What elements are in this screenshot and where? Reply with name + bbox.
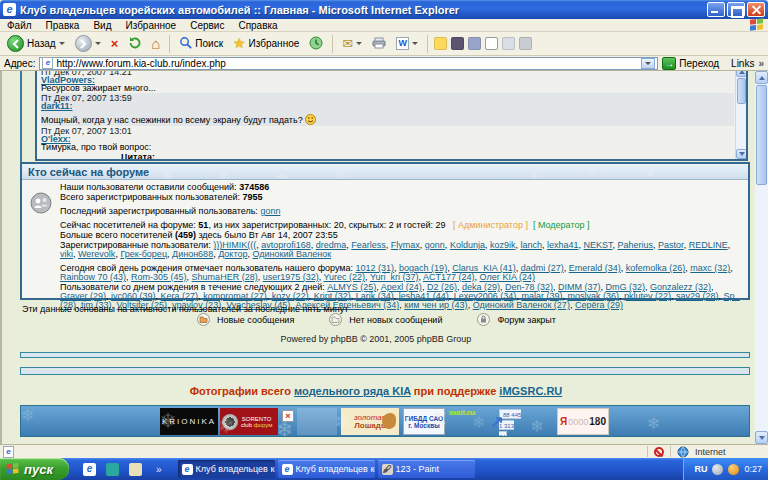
ie-quicklaunch-icon[interactable]: e — [83, 463, 96, 476]
menu-favorites[interactable]: Избранное — [118, 20, 183, 31]
user-link[interactable]: Emerald (34) — [569, 263, 621, 273]
mail-dropdown-icon[interactable] — [356, 42, 362, 45]
edit-button[interactable]: W — [393, 36, 421, 51]
address-input[interactable]: e http://www.forum.kia-club.ru/index.php — [39, 57, 658, 70]
kia-model-range-link[interactable]: модельного ряда KIA — [294, 385, 411, 397]
notes-icon[interactable] — [434, 37, 447, 50]
user-link[interactable]: Серёга (29) — [575, 300, 623, 310]
user-link[interactable]: Paherius — [618, 240, 654, 250]
user-link[interactable]: Одинокий Валенок — [252, 249, 331, 259]
favorites-button[interactable]: ★ Избранное — [230, 36, 302, 51]
user-link[interactable]: Доктор — [218, 249, 247, 259]
forward-button[interactable] — [72, 34, 104, 53]
minimize-button[interactable] — [707, 2, 725, 17]
user-link[interactable]: ким чен ир (43) — [404, 300, 467, 310]
user-link[interactable]: Fearless — [351, 240, 386, 250]
user-link[interactable]: user1975 (32) — [263, 272, 319, 282]
language-indicator[interactable]: RU — [694, 464, 707, 474]
home-button[interactable]: ⌂ — [148, 36, 163, 52]
back-dropdown-icon[interactable] — [59, 42, 65, 45]
user-link[interactable]: ACT177 (24) — [423, 272, 475, 282]
edit-dropdown-icon[interactable] — [412, 42, 418, 45]
menu-help[interactable]: Справка — [231, 20, 284, 31]
menu-tools[interactable]: Сервис — [183, 20, 231, 31]
book-icon[interactable] — [451, 37, 464, 50]
moderator-tag[interactable]: [ Модератор ] — [533, 220, 590, 230]
last-user-link[interactable]: gonn — [260, 206, 280, 216]
krionika-banner[interactable]: KRIONIKA — [160, 408, 218, 435]
yandex-counter-banner[interactable]: Я 0000 180 — [557, 408, 609, 435]
user-link[interactable]: Динон688 — [172, 249, 213, 259]
user-link[interactable]: Yurec (22) — [324, 272, 366, 282]
user-link[interactable]: pklutev (22) — [624, 291, 671, 301]
task-button-forum-active[interactable]: e Клуб владельцев ко... — [178, 460, 275, 478]
user-link[interactable]: lexha41 — [547, 240, 579, 250]
scroll-down-button[interactable] — [736, 149, 747, 159]
user-link[interactable]: Werevolk — [78, 249, 115, 259]
sorento-club-banner[interactable]: SORENTO club форум — [220, 408, 278, 435]
user-link[interactable]: maxc (32) — [690, 263, 730, 273]
menu-edit[interactable]: Правка — [39, 20, 87, 31]
user-link[interactable]: REDLINE — [689, 240, 728, 250]
menu-file[interactable]: Файл — [0, 20, 39, 31]
scroll-up-button[interactable] — [755, 71, 768, 84]
address-dropdown-button[interactable] — [641, 58, 655, 69]
scroll-thumb[interactable] — [737, 78, 746, 104]
quicklaunch-chevron-icon[interactable]: » — [156, 464, 162, 475]
admin-tag[interactable]: [ Администратор ] — [453, 220, 528, 230]
maximize-button[interactable] — [727, 2, 745, 17]
user-link[interactable]: Koldunja — [450, 240, 485, 250]
show-desktop-icon[interactable] — [129, 463, 142, 476]
user-link[interactable]: Грек-борец — [120, 249, 167, 259]
messenger-icon[interactable] — [502, 37, 515, 50]
user-link[interactable]: Rom-305 (45) — [131, 272, 187, 282]
user-link[interactable]: kofemolka (26) — [626, 263, 686, 273]
user-link[interactable]: Одинокий Валенок (27) — [473, 300, 570, 310]
menu-view[interactable]: Вид — [86, 20, 118, 31]
scroll-down-button[interactable] — [755, 431, 768, 444]
user-link[interactable]: koz9ik — [490, 240, 516, 250]
user-link[interactable]: NEKST — [584, 240, 613, 250]
stop-button[interactable]: × — [108, 36, 122, 51]
user-link[interactable]: gonn — [425, 240, 445, 250]
user-link[interactable]: Rainbow 70 (43) — [60, 272, 126, 282]
clock[interactable]: 0:27 — [744, 464, 762, 474]
privacy-blocked-icon[interactable] — [654, 447, 664, 457]
user-link[interactable]: Олег KIA (24) — [480, 272, 535, 282]
mail-button[interactable]: ✉ — [339, 35, 365, 52]
page-scrollbar[interactable] — [755, 71, 768, 444]
imgsrc-link[interactable]: iMGSRC.RU — [499, 385, 562, 397]
go-button[interactable]: → Переход — [662, 57, 719, 70]
address-url[interactable]: http://www.forum.kia-club.ru/index.php — [56, 58, 226, 69]
person-icon[interactable] — [519, 37, 532, 50]
forward-dropdown-icon[interactable] — [95, 42, 101, 45]
messenger-quicklaunch-icon[interactable] — [106, 463, 119, 476]
user-link[interactable]: Pastor — [658, 240, 684, 250]
user-link[interactable]: ShumaHER (28) — [192, 272, 258, 282]
task-button-forum[interactable]: e Клуб владельцев ко... — [278, 460, 375, 478]
task-button-paint[interactable]: 🖌 123 - Paint — [378, 460, 475, 478]
user-link[interactable]: lanch — [520, 240, 542, 250]
golden-horse-banner[interactable]: золотая Лошадь — [341, 408, 399, 435]
user-link[interactable]: sav29 (28) — [676, 291, 719, 301]
icq-tray-icon[interactable] — [728, 464, 739, 475]
close-button[interactable] — [747, 2, 765, 17]
history-button[interactable] — [306, 35, 326, 53]
back-button[interactable]: Назад — [4, 34, 68, 53]
start-button[interactable]: пуск — [0, 458, 69, 480]
user-link[interactable]: Yuri_kri (37) — [370, 272, 419, 282]
scroll-thumb[interactable] — [756, 85, 767, 185]
refresh-button[interactable] — [125, 35, 144, 52]
search-button[interactable]: Поиск — [176, 35, 226, 52]
volume-tray-icon[interactable] — [712, 464, 723, 475]
print-button[interactable] — [369, 36, 389, 52]
scroll-up-button[interactable] — [736, 71, 747, 77]
shout-user-link[interactable]: dark11: — [41, 101, 73, 111]
hit-counter-banner[interactable]: 88 445 1 313 74 ↗ — [499, 409, 521, 437]
shoutbox-scrollbar[interactable] — [735, 71, 746, 159]
media-icon[interactable] — [468, 37, 481, 50]
user-link[interactable]: Flymax — [391, 240, 420, 250]
window-titlebar[interactable]: e Клуб владельцев корейских автомобилей … — [0, 0, 768, 19]
links-label[interactable]: Links — [731, 58, 754, 69]
links-chevron-icon[interactable]: » — [758, 58, 764, 69]
